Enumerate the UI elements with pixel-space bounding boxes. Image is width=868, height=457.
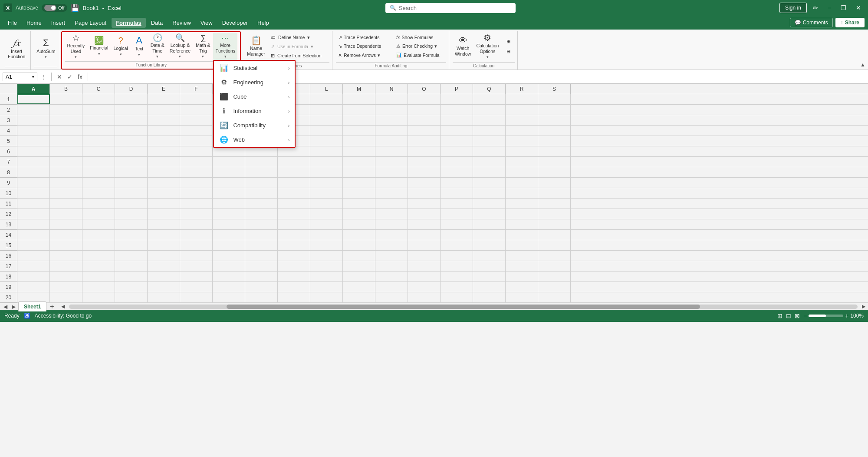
scrollbar-thumb[interactable] [227,305,700,309]
insert-function-formula-button[interactable]: fx [76,73,84,81]
row-header-2[interactable]: 2 [0,105,17,115]
insert-function-button[interactable]: 𝑓𝑥 InsertFunction [5,36,28,61]
sheet-tab-sheet1[interactable]: Sheet1 [18,301,46,311]
cell-q1[interactable] [538,94,571,104]
cell-e1[interactable] [148,94,180,104]
col-header-m[interactable]: M [343,84,375,94]
col-header-q[interactable]: Q [473,84,506,94]
col-header-n[interactable]: N [375,84,408,94]
search-input[interactable] [399,5,503,11]
row-header-6[interactable]: 6 [0,146,17,157]
name-box[interactable]: A1 ▾ [3,73,37,81]
trace-dependents-button[interactable]: ↘ Trace Dependents [336,42,392,50]
row-header-19[interactable]: 19 [0,282,17,292]
remove-arrows-button[interactable]: ✕ Remove Arrows ▾ [336,51,392,59]
menu-data[interactable]: Data [147,18,167,28]
cell-o1[interactable] [473,94,506,104]
cell-a2[interactable] [17,105,50,115]
menu-help[interactable]: Help [253,18,273,28]
page-break-view-button[interactable]: ⊠ [795,312,800,319]
row-header-3[interactable]: 3 [0,115,17,126]
row-header-4[interactable]: 4 [0,126,17,136]
scroll-left-arrow[interactable]: ◀ [61,304,65,309]
menu-page-layout[interactable]: Page Layout [70,18,111,28]
math-trig-button[interactable]: ∑ Math &Trig ▾ [194,33,212,60]
cell-l1[interactable] [375,94,408,104]
logical-button[interactable]: ? Logical ▾ [111,35,130,58]
page-layout-view-button[interactable]: ⊟ [786,312,791,319]
menu-review[interactable]: Review [168,18,195,28]
row-header-1[interactable]: 1 [0,94,17,105]
calc-now-button[interactable]: ⊞ [502,37,515,46]
col-header-r[interactable]: R [506,84,538,94]
menu-formulas[interactable]: Formulas [112,18,146,28]
name-manager-button[interactable]: 📋 NameManager [244,34,268,58]
share-button[interactable]: ↑ Share [835,18,865,27]
information-item[interactable]: ℹ Information › [214,104,295,118]
grid-view-button[interactable]: ⊞ [777,312,783,319]
trace-precedents-button[interactable]: ↗ Trace Precedents [336,33,392,41]
cell-n1[interactable] [441,94,473,104]
pen-icon[interactable]: ✏ [809,3,822,13]
row-header-12[interactable]: 12 [0,209,17,219]
row-header-7[interactable]: 7 [0,157,17,167]
formula-input[interactable] [92,73,865,81]
menu-view[interactable]: View [196,18,217,28]
ribbon-expand-button[interactable]: ▲ [860,62,865,68]
zoom-slider[interactable] [809,315,843,317]
calculation-options-button[interactable]: ⚙ CalculationOptions ▾ [474,32,501,60]
web-item[interactable]: 🌐 Web › [214,132,295,147]
create-from-selection-button[interactable]: ⊞ Create from Selection [269,52,329,60]
show-formulas-button[interactable]: fx Show Formulas [394,33,446,41]
compatibility-item[interactable]: 🔄 Compatibility › [214,118,295,132]
row-header-16[interactable]: 16 [0,251,17,261]
menu-file[interactable]: File [3,18,21,28]
row-header-20[interactable]: 20 [0,292,17,303]
sign-in-button[interactable]: Sign in [779,3,807,13]
row-header-15[interactable]: 15 [0,240,17,251]
row-header-11[interactable]: 11 [0,199,17,209]
use-in-formula-button[interactable]: ↗ Use in Formula ▾ [269,43,329,50]
row-header-13[interactable]: 13 [0,219,17,230]
col-header-l[interactable]: L [310,84,343,94]
calc-sheet-button[interactable]: ⊟ [502,47,515,56]
text-button[interactable]: A Text ▾ [131,34,148,58]
scroll-right-button[interactable]: ▶ [10,303,17,311]
comments-button[interactable]: 💬 Comments [790,18,833,27]
more-functions-button[interactable]: ⋯ MoreFunctions ▾ [213,33,237,60]
date-time-button[interactable]: 🕐 Date &Time ▾ [148,33,167,60]
menu-home[interactable]: Home [22,18,46,28]
zoom-out-button[interactable]: − [803,312,807,319]
confirm-formula-button[interactable]: ✓ [66,73,74,81]
recently-used-button[interactable]: ☆ RecentlyUsed ▾ [65,32,87,60]
restore-button[interactable]: ❐ [837,3,850,13]
cell-a1[interactable] [17,94,50,104]
error-checking-button[interactable]: ⚠ Error Checking ▾ [394,42,446,50]
engineering-item[interactable]: ⚙ Engineering › [214,75,295,89]
search-bar[interactable]: 🔍 [385,3,516,13]
cell-c1[interactable] [82,94,115,104]
col-header-p[interactable]: P [441,84,473,94]
add-sheet-button[interactable]: + [47,303,56,311]
scroll-left-button[interactable]: ◀ [2,303,9,311]
save-icon[interactable]: 💾 [71,4,79,12]
horizontal-scrollbar[interactable] [69,305,858,309]
row-header-9[interactable]: 9 [0,178,17,188]
cell-b1[interactable] [50,94,82,104]
col-header-c[interactable]: C [82,84,115,94]
col-header-e[interactable]: E [148,84,180,94]
zoom-in-button[interactable]: + [845,312,848,319]
scroll-right-arrow[interactable]: ▶ [862,304,865,309]
evaluate-formula-button[interactable]: 📊 Evaluate Formula [394,51,446,59]
menu-developer[interactable]: Developer [218,18,252,28]
autosum-button[interactable]: Σ AutoSum ▾ [34,37,57,61]
cancel-formula-button[interactable]: ✕ [55,73,64,81]
cube-item[interactable]: ⬛ Cube › [214,89,295,104]
col-header-f[interactable]: F [180,84,213,94]
col-header-d[interactable]: D [115,84,148,94]
col-header-b[interactable]: B [50,84,82,94]
watch-window-button[interactable]: 👁 WatchWindow [453,35,473,58]
cell-m1[interactable] [408,94,441,104]
cell-k1[interactable] [343,94,375,104]
row-header-17[interactable]: 17 [0,261,17,272]
